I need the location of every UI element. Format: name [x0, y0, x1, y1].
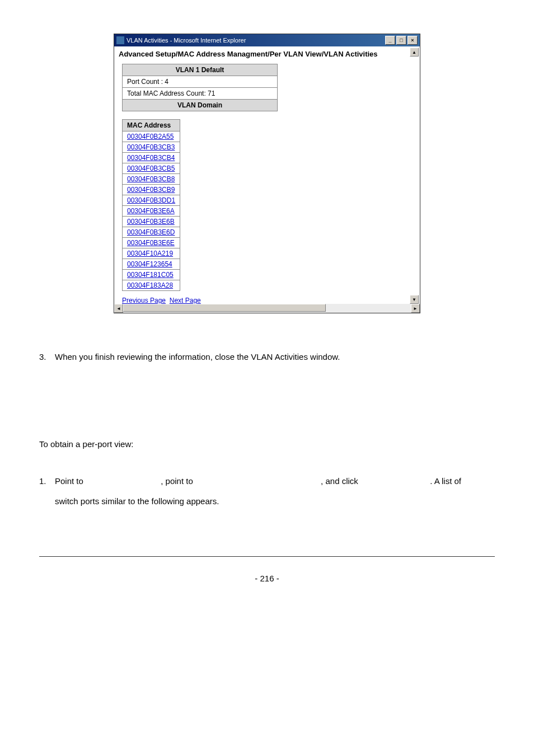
mac-link[interactable]: 00304F183A28 [127, 281, 173, 289]
hscroll-left-button[interactable]: ◄ [114, 304, 123, 313]
mac-link[interactable]: 00304F0B3E6D [127, 228, 175, 236]
mac-address-header: MAC Address [123, 120, 180, 132]
mac-link[interactable]: 00304F123654 [127, 260, 172, 268]
mac-link[interactable]: 00304F0B3CB3 [127, 143, 175, 151]
hscroll-thumb[interactable] [123, 304, 326, 312]
scroll-down-button[interactable]: ▼ [410, 295, 419, 304]
port-count-cell: Port Count : 4 [123, 76, 278, 88]
step-text: When you finish reviewing the informatio… [55, 347, 495, 367]
vlan-info-table: VLAN 1 Default Port Count : 4 Total MAC … [122, 64, 278, 111]
titlebar: VLAN Activities - Microsoft Internet Exp… [114, 34, 420, 46]
vlan-domain-header: VLAN Domain [123, 100, 278, 111]
step-number: 3. [39, 347, 55, 367]
mac-link[interactable]: 00304F0B2A55 [127, 133, 174, 140]
text-fragment: switch ports similar to the following ap… [55, 496, 219, 506]
vlan-default-header: VLAN 1 Default [123, 64, 278, 76]
mac-link[interactable]: 00304F0B3DD1 [127, 196, 175, 204]
mac-link[interactable]: 00304F0B3CB9 [127, 186, 175, 194]
close-button[interactable]: × [407, 36, 418, 45]
mac-link[interactable]: 00304F0B3E6B [127, 218, 175, 226]
step-text: Point to , point to , and click . A list… [55, 471, 495, 511]
mac-link[interactable]: 00304F0B3E6A [127, 207, 175, 215]
mac-address-table: MAC Address 00304F0B2A55 00304F0B3CB3 00… [122, 119, 180, 291]
text-fragment: Point to [55, 476, 86, 486]
page-heading: Advanced Setup/MAC Address Managment/Per… [114, 46, 420, 64]
hscroll-right-button[interactable]: ► [411, 304, 420, 313]
previous-page-link[interactable]: Previous Page [122, 297, 166, 304]
text-fragment: . A list of [430, 476, 461, 486]
ie-window: VLAN Activities - Microsoft Internet Exp… [114, 34, 420, 313]
page-number: - 216 - [255, 574, 279, 583]
subsection-intro: To obtain a per-port view: [39, 434, 495, 454]
mac-link[interactable]: 00304F0B3CB5 [127, 165, 175, 172]
text-fragment: , and click [321, 476, 360, 486]
window-title: VLAN Activities - Microsoft Internet Exp… [127, 37, 246, 44]
mac-link[interactable]: 00304F181C05 [127, 271, 174, 279]
page-footer: - 216 - [39, 556, 495, 583]
mac-link[interactable]: 00304F0B3E6E [127, 239, 175, 247]
ie-icon [116, 36, 124, 44]
horizontal-scrollbar[interactable]: ◄ ► [114, 304, 420, 313]
maximize-button[interactable]: □ [396, 36, 406, 45]
scroll-up-button[interactable]: ▲ [410, 48, 419, 57]
next-page-link[interactable]: Next Page [170, 297, 201, 304]
content-area: ▲ Advanced Setup/MAC Address Managment/P… [114, 46, 420, 313]
text-fragment: , point to [161, 476, 195, 486]
mac-link[interactable]: 00304F0B3CB4 [127, 154, 175, 162]
mac-link[interactable]: 00304F0B3CB8 [127, 175, 175, 183]
step-number: 1. [39, 471, 55, 491]
mac-count-cell: Total MAC Address Count: 71 [123, 88, 278, 100]
minimize-button[interactable]: _ [385, 36, 395, 45]
mac-link[interactable]: 00304F10A219 [127, 250, 173, 257]
